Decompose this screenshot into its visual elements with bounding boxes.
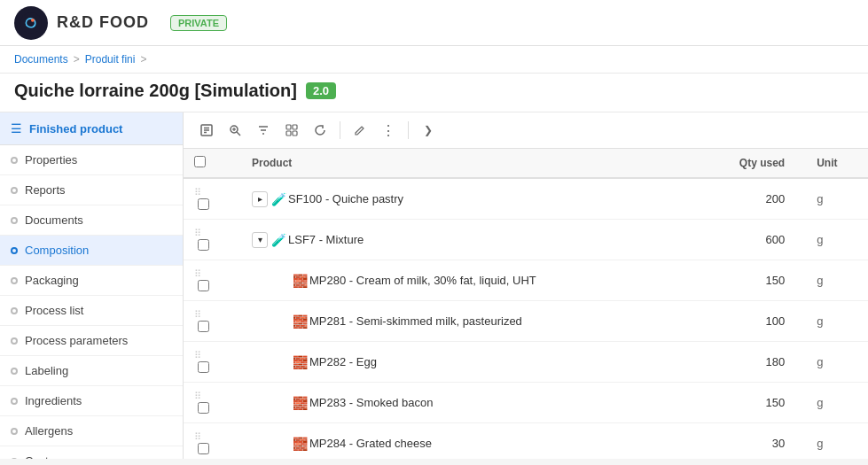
product-icon: 🧱 (293, 437, 308, 451)
table-row: ⠿ 🧱 MP280 - Cream of milk, 30% fat, liqu… (184, 260, 868, 301)
refresh-button[interactable] (308, 118, 332, 143)
toolbar-separator-2 (408, 121, 409, 139)
expand-cell (220, 383, 241, 423)
sidebar-header: ☰ Finished product (0, 112, 183, 145)
sidebar-label-costs: Costs (25, 454, 54, 459)
col-checkbox (184, 149, 220, 178)
row-checkbox[interactable] (198, 361, 209, 373)
private-badge: PRIVATE (170, 15, 227, 31)
row-checkbox[interactable] (198, 402, 209, 414)
svg-rect-14 (293, 125, 297, 129)
sidebar-item-allergens[interactable]: Allergens (0, 416, 183, 446)
qty-cell: 30 (692, 423, 806, 460)
unit-cell: g (806, 423, 868, 460)
sidebar-item-ingredients[interactable]: Ingredients (0, 386, 183, 416)
col-unit-header: Unit (806, 149, 868, 178)
chevron-button[interactable]: ❯ (416, 118, 441, 143)
drag-handle[interactable]: ⠿ (194, 391, 201, 401)
logo: R&D FOOD (14, 6, 149, 40)
drag-handle[interactable]: ⠿ (194, 431, 201, 442)
filter-button[interactable] (251, 118, 276, 143)
svg-rect-15 (286, 131, 291, 136)
toolbar-separator (340, 121, 340, 139)
main-content: ⋮ ❯ Product Qty used Unit (184, 112, 868, 459)
select-all-checkbox[interactable] (194, 156, 206, 167)
sidebar-header-label: Finished product (29, 122, 122, 136)
expand-all-button[interactable] (279, 118, 304, 143)
sidebar-item-costs[interactable]: Costs (0, 446, 183, 459)
expand-cell (220, 301, 241, 342)
row-checkbox-cell: ⠿ (184, 342, 220, 383)
sidebar-dot-packaging (11, 277, 18, 284)
sidebar-label-labeling: Labeling (25, 364, 68, 377)
row-checkbox[interactable] (198, 443, 209, 454)
sidebar-item-labeling[interactable]: Labeling (0, 356, 183, 386)
edit-button[interactable] (348, 118, 372, 143)
drag-handle[interactable]: ⠿ (194, 187, 201, 198)
export-button[interactable] (194, 118, 219, 143)
zoom-button[interactable] (223, 118, 247, 143)
toolbar: ⋮ ❯ (184, 112, 868, 149)
expand-cell (220, 260, 241, 301)
page-title-area: Quiche lorraine 200g [Simulation] 2.0 (0, 74, 868, 112)
sidebar-item-process-list[interactable]: Process list (0, 296, 183, 326)
breadcrumb-documents[interactable]: Documents (14, 53, 68, 66)
page-title: Quiche lorraine 200g [Simulation] (14, 81, 297, 101)
qty-cell: 150 (692, 383, 806, 423)
product-cell: 🧱 MP283 - Smoked bacon (241, 383, 692, 423)
product-cell: 🧱 MP281 - Semi-skimmed milk, pasteurized (241, 301, 692, 342)
drag-handle[interactable]: ⠿ (194, 268, 201, 279)
sidebar-item-reports[interactable]: Reports (0, 175, 183, 205)
sidebar-dot-allergens (11, 428, 18, 435)
drag-handle[interactable]: ⠿ (194, 350, 201, 360)
product-cell: 🧱 MP282 - Egg (241, 342, 692, 383)
sidebar-label-documents: Documents (25, 213, 83, 227)
more-button[interactable]: ⋮ (376, 118, 401, 143)
sidebar-item-properties[interactable]: Properties (0, 145, 183, 175)
product-name: MP283 - Smoked bacon (309, 396, 433, 409)
unit-cell: g (806, 383, 868, 423)
version-badge: 2.0 (306, 82, 336, 99)
sidebar-label-reports: Reports (25, 183, 66, 197)
table-row: ⠿ ▸ 🧪 SF100 - Quiche pastry 200 g (184, 178, 868, 220)
sidebar-item-composition[interactable]: Composition (0, 236, 183, 266)
svg-rect-16 (293, 131, 297, 136)
svg-point-0 (20, 12, 42, 34)
breadcrumb: Documents > Produit fini > (0, 46, 868, 74)
product-icon: 🧪 (271, 233, 286, 247)
row-checkbox[interactable] (198, 280, 209, 291)
table-row: ⠿ 🧱 MP283 - Smoked bacon 150 g (184, 383, 868, 423)
sidebar-item-documents[interactable]: Documents (0, 205, 183, 236)
sidebar-label-allergens: Allergens (25, 424, 73, 438)
product-cell: 🧱 MP280 - Cream of milk, 30% fat, liquid… (241, 260, 692, 301)
product-cell: ▾ 🧪 LSF7 - Mixture (241, 220, 692, 260)
expand-cell (220, 423, 241, 460)
product-name: MP282 - Egg (309, 355, 377, 368)
app-header: R&D FOOD PRIVATE (0, 0, 868, 46)
row-checkbox[interactable] (198, 198, 209, 210)
product-name: MP281 - Semi-skimmed milk, pasteurized (309, 314, 522, 328)
row-checkbox-cell: ⠿ (184, 301, 220, 342)
breadcrumb-sep-1: > (74, 53, 80, 66)
product-icon: 🧱 (293, 355, 308, 369)
product-icon: 🧪 (271, 192, 286, 206)
sidebar-item-packaging[interactable]: Packaging (0, 266, 183, 296)
sidebar-label-packaging: Packaging (25, 274, 79, 287)
svg-point-1 (31, 18, 35, 21)
sidebar-label-properties: Properties (25, 153, 77, 167)
expand-cell (220, 342, 241, 383)
row-checkbox[interactable] (198, 321, 209, 332)
sidebar-item-process-params[interactable]: Process parameters (0, 326, 183, 356)
app-title: R&D FOOD (57, 13, 149, 32)
breadcrumb-produit-fini[interactable]: Produit fini (85, 53, 136, 66)
expand-button[interactable]: ▸ (252, 191, 268, 207)
drag-handle[interactable]: ⠿ (194, 309, 201, 320)
table-row: ⠿ 🧱 MP281 - Semi-skimmed milk, pasteuriz… (184, 301, 868, 342)
sidebar-label-composition: Composition (25, 244, 89, 257)
col-drag-header (220, 149, 241, 178)
sidebar-dot-reports (11, 187, 18, 194)
row-checkbox[interactable] (198, 239, 209, 251)
drag-handle[interactable]: ⠿ (194, 228, 201, 238)
expand-button[interactable]: ▾ (252, 232, 268, 248)
table-header-row: Product Qty used Unit (184, 149, 868, 178)
